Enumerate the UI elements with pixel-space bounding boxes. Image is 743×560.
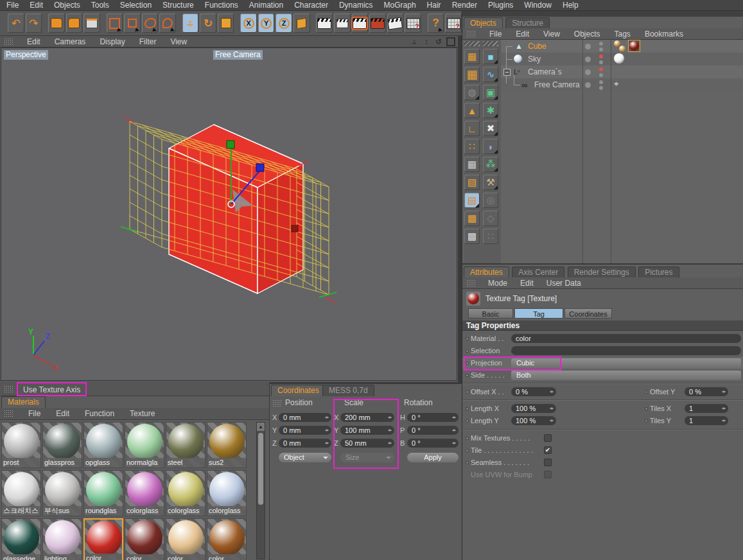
menu-tools[interactable]: Tools — [91, 1, 109, 10]
visibility-dot[interactable] — [599, 73, 603, 77]
visibility-dot-red[interactable] — [599, 55, 603, 58]
param-bullet[interactable] — [466, 419, 469, 423]
collapse-icon[interactable] — [503, 69, 511, 76]
texture-mode-icon[interactable]: ▤ — [464, 193, 480, 208]
om-grip[interactable] — [466, 30, 475, 38]
camera-label[interactable]: Free Camera — [213, 50, 263, 60]
coordinates-grip[interactable] — [272, 399, 281, 407]
material-item[interactable]: steel — [166, 422, 205, 468]
mat-menu-file[interactable]: File — [28, 409, 40, 418]
live-select-icon[interactable] — [124, 13, 141, 33]
tree-row-sky[interactable]: Sky — [501, 53, 743, 66]
move-tool-icon[interactable]: ↔↕ — [182, 13, 199, 33]
vp-menu-cameras[interactable]: Cameras — [55, 37, 86, 46]
visibility-dot[interactable] — [599, 86, 603, 90]
save-icon[interactable] — [48, 13, 65, 33]
save-project-icon[interactable] — [66, 13, 83, 33]
globe-icon[interactable]: ◍ — [464, 85, 480, 100]
rect-select-icon[interactable] — [107, 13, 123, 33]
array-icon[interactable]: ✱ — [483, 103, 498, 118]
at-menu-edit[interactable]: Edit — [520, 279, 534, 288]
offset-y-field[interactable]: 0 % — [685, 387, 728, 396]
material-item[interactable]: roundglas — [83, 470, 123, 516]
layer-dot[interactable] — [585, 82, 591, 88]
om-menu-edit[interactable]: Edit — [516, 30, 529, 39]
menu-edit[interactable]: Edit — [30, 1, 43, 10]
rotation-p-field[interactable]: 0 ° — [407, 426, 459, 435]
visibility-dot[interactable] — [599, 80, 603, 84]
material-item-selected[interactable]: color — [83, 518, 123, 560]
camera-target-icon[interactable]: ⌖ — [614, 79, 618, 89]
texture-axis-mode-icon[interactable]: ▩ — [464, 229, 480, 244]
tree-row-free-camera[interactable]: ∞ Free Camera ⌖ — [501, 78, 743, 91]
at-menu-user-data[interactable]: User Data — [546, 279, 581, 288]
material-item[interactable]: colorglass — [125, 470, 164, 516]
object-dropdown[interactable]: Object — [279, 453, 331, 462]
layout-icon[interactable]: ▦ — [464, 49, 480, 64]
om-menu-view[interactable]: View — [543, 30, 560, 39]
texture-axis-grip[interactable] — [4, 385, 13, 393]
subtab-basic[interactable]: Basic — [468, 308, 513, 319]
menu-animation[interactable]: Animation — [249, 1, 283, 10]
material-item[interactable]: color — [207, 518, 247, 560]
visibility-dot-red[interactable] — [599, 67, 603, 71]
param-bullet[interactable] — [645, 390, 648, 394]
om-menu-bookmarks[interactable]: Bookmarks — [645, 30, 683, 39]
spinner-icon[interactable] — [550, 389, 554, 395]
points-mode-icon[interactable]: ∷ — [464, 139, 480, 154]
mat-menu-function[interactable]: Function — [85, 409, 114, 418]
palette-grip[interactable] — [464, 41, 480, 46]
menu-plugins[interactable]: Plugins — [488, 1, 513, 10]
layer-dot[interactable] — [585, 57, 591, 62]
material-item[interactable]: color — [125, 518, 164, 560]
projection-label[interactable]: Perspective — [4, 50, 48, 60]
param-bullet[interactable] — [645, 419, 648, 423]
material-item[interactable]: colorglass — [207, 470, 247, 516]
spinner-icon[interactable] — [325, 440, 329, 446]
material-item[interactable]: lighting — [42, 518, 82, 560]
phong-tag-icon[interactable] — [619, 46, 625, 52]
side-dropdown[interactable]: Both — [511, 371, 741, 380]
scroll-up-icon[interactable]: ▲ — [257, 423, 265, 431]
param-bullet[interactable] — [466, 437, 469, 440]
visibility-dot[interactable] — [599, 48, 603, 51]
redo-icon[interactable]: ↷ — [26, 13, 42, 33]
sky-material-tag-icon[interactable] — [614, 53, 624, 64]
spinner-icon[interactable] — [452, 440, 457, 446]
selection-field[interactable] — [511, 346, 741, 355]
material-item[interactable]: sus2 — [207, 422, 247, 468]
spinner-icon[interactable] — [722, 389, 726, 395]
material-item[interactable]: 부식sus — [42, 470, 82, 516]
mat-menu-texture[interactable]: Texture — [130, 409, 155, 418]
spinner-icon[interactable] — [388, 427, 392, 433]
tree-row-cube[interactable]: ▲ Cube — [501, 40, 743, 53]
open-icon[interactable] — [83, 13, 100, 33]
material-item[interactable]: glasspros — [42, 422, 82, 468]
tab-materials[interactable]: Materials — [1, 396, 46, 408]
tiles-x-field[interactable]: 1 — [685, 404, 728, 413]
spinner-icon[interactable] — [452, 427, 457, 433]
menu-help[interactable]: Help — [563, 1, 579, 10]
render-settings-icon[interactable] — [369, 13, 386, 33]
batch-render-icon[interactable] — [387, 13, 404, 33]
coord-system-icon[interactable] — [293, 13, 310, 33]
position-x-field[interactable]: 0 mm — [279, 413, 331, 422]
materials-scrollbar[interactable]: ▲ — [256, 422, 265, 559]
render-view-icon[interactable] — [316, 13, 333, 33]
subdivision-surface-icon[interactable]: ▣ — [483, 85, 498, 100]
apply-button[interactable]: Apply — [407, 453, 459, 462]
render-queue-icon[interactable] — [405, 13, 421, 33]
viewport-grip[interactable] — [4, 38, 13, 46]
object-name[interactable]: Free Camera — [534, 80, 580, 89]
object-name[interactable]: Sky — [528, 55, 541, 64]
material-item[interactable]: colorglass — [166, 470, 205, 516]
material-item[interactable]: color — [166, 518, 205, 560]
tab-structure[interactable]: Structure — [505, 17, 550, 29]
menu-dynamics[interactable]: Dynamics — [339, 1, 373, 10]
menu-render[interactable]: Render — [452, 1, 477, 10]
layer-dot[interactable] — [585, 69, 591, 75]
polygons-mode-icon[interactable]: ▧ — [464, 175, 480, 190]
rotate-view-icon[interactable]: ↺ — [433, 37, 444, 47]
edges-mode-icon[interactable]: ▦ — [464, 157, 480, 172]
mix-textures-checkbox[interactable] — [544, 434, 552, 442]
